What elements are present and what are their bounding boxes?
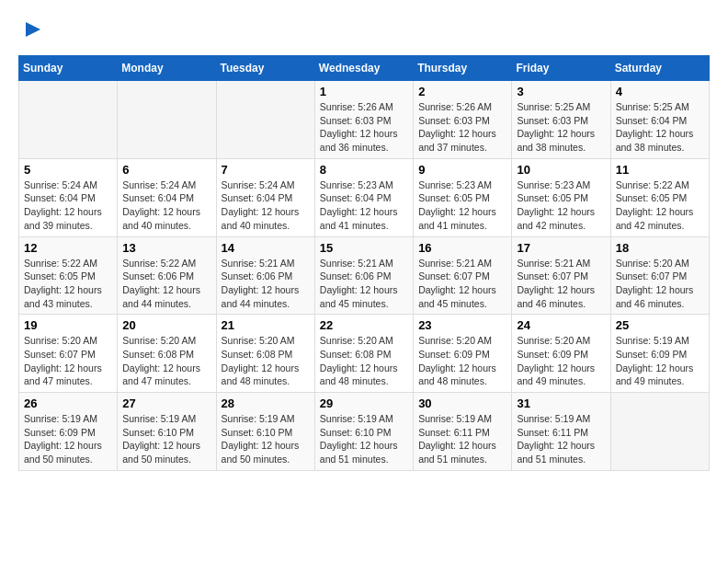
day-number: 28 [222,396,310,410]
day-info: Sunrise: 5:22 AMSunset: 6:05 PMDaylight:… [24,257,112,311]
calendar-cell: 10Sunrise: 5:23 AMSunset: 6:05 PMDayligh… [512,158,610,236]
day-number: 9 [418,163,506,177]
day-number: 6 [122,163,210,177]
day-info: Sunrise: 5:20 AMSunset: 6:08 PMDaylight:… [320,334,408,388]
calendar-cell: 6Sunrise: 5:24 AMSunset: 6:04 PMDaylight… [118,158,216,236]
day-info: Sunrise: 5:19 AMSunset: 6:10 PMDaylight:… [222,412,310,466]
calendar-cell: 19Sunrise: 5:20 AMSunset: 6:07 PMDayligh… [19,315,118,393]
calendar-cell: 30Sunrise: 5:19 AMSunset: 6:11 PMDayligh… [414,393,512,471]
calendar-cell [19,81,118,159]
day-number: 10 [517,163,605,177]
day-number: 30 [418,396,506,410]
day-info: Sunrise: 5:21 AMSunset: 6:07 PMDaylight:… [418,257,506,311]
calendar-cell: 3Sunrise: 5:25 AMSunset: 6:03 PMDaylight… [512,81,610,159]
calendar-cell: 27Sunrise: 5:19 AMSunset: 6:10 PMDayligh… [118,393,216,471]
day-number: 3 [517,85,605,98]
day-info: Sunrise: 5:24 AMSunset: 6:04 PMDaylight:… [122,178,210,233]
calendar-cell [118,81,216,159]
calendar-cell: 25Sunrise: 5:19 AMSunset: 6:09 PMDayligh… [610,315,709,393]
calendar-cell: 9Sunrise: 5:23 AMSunset: 6:05 PMDaylight… [414,158,512,236]
logo [18,18,44,40]
day-number: 8 [320,163,408,177]
day-number: 13 [122,241,210,255]
calendar-cell: 22Sunrise: 5:20 AMSunset: 6:08 PMDayligh… [314,315,413,393]
day-info: Sunrise: 5:20 AMSunset: 6:09 PMDaylight:… [418,334,506,388]
day-number: 16 [418,241,506,255]
day-info: Sunrise: 5:24 AMSunset: 6:04 PMDaylight:… [24,178,112,233]
calendar-header: SundayMondayTuesdayWednesdayThursdayFrid… [19,56,710,81]
header-cell-friday: Friday [512,56,610,81]
day-info: Sunrise: 5:20 AMSunset: 6:07 PMDaylight:… [616,257,704,311]
calendar-cell: 17Sunrise: 5:21 AMSunset: 6:07 PMDayligh… [512,236,610,315]
day-info: Sunrise: 5:22 AMSunset: 6:05 PMDaylight:… [616,178,704,233]
calendar-cell: 28Sunrise: 5:19 AMSunset: 6:10 PMDayligh… [216,393,314,471]
day-info: Sunrise: 5:20 AMSunset: 6:08 PMDaylight:… [122,334,210,388]
day-number: 12 [24,241,112,255]
calendar-cell: 16Sunrise: 5:21 AMSunset: 6:07 PMDayligh… [414,236,512,315]
day-number: 29 [320,396,408,410]
day-info: Sunrise: 5:19 AMSunset: 6:10 PMDaylight:… [320,412,408,466]
day-info: Sunrise: 5:23 AMSunset: 6:04 PMDaylight:… [320,178,408,233]
day-number: 1 [320,85,408,98]
day-number: 21 [222,318,310,332]
calendar-cell: 26Sunrise: 5:19 AMSunset: 6:09 PMDayligh… [19,393,118,471]
day-number: 18 [616,241,704,255]
calendar-cell: 7Sunrise: 5:24 AMSunset: 6:04 PMDaylight… [216,158,314,236]
header-cell-sunday: Sunday [19,56,118,81]
calendar-cell: 13Sunrise: 5:22 AMSunset: 6:06 PMDayligh… [118,236,216,315]
day-info: Sunrise: 5:20 AMSunset: 6:07 PMDaylight:… [24,334,112,388]
day-info: Sunrise: 5:25 AMSunset: 6:04 PMDaylight:… [616,100,704,155]
week-row-4: 19Sunrise: 5:20 AMSunset: 6:07 PMDayligh… [19,315,710,393]
calendar-cell: 21Sunrise: 5:20 AMSunset: 6:08 PMDayligh… [216,315,314,393]
calendar-cell: 8Sunrise: 5:23 AMSunset: 6:04 PMDaylight… [314,158,413,236]
day-number: 11 [616,163,704,177]
calendar-cell: 12Sunrise: 5:22 AMSunset: 6:05 PMDayligh… [19,236,118,315]
day-number: 20 [122,318,210,332]
day-number: 22 [320,318,408,332]
day-number: 7 [222,163,310,177]
day-info: Sunrise: 5:25 AMSunset: 6:03 PMDaylight:… [517,100,605,155]
week-row-1: 1Sunrise: 5:26 AMSunset: 6:03 PMDaylight… [19,81,710,159]
calendar-cell: 1Sunrise: 5:26 AMSunset: 6:03 PMDaylight… [314,81,413,159]
day-number: 19 [24,318,112,332]
header-cell-tuesday: Tuesday [216,56,314,81]
week-row-3: 12Sunrise: 5:22 AMSunset: 6:05 PMDayligh… [19,236,710,315]
day-info: Sunrise: 5:26 AMSunset: 6:03 PMDaylight:… [320,100,408,155]
logo-icon [22,18,44,40]
day-info: Sunrise: 5:21 AMSunset: 6:07 PMDaylight:… [517,257,605,311]
day-info: Sunrise: 5:22 AMSunset: 6:06 PMDaylight:… [122,257,210,311]
header-row: SundayMondayTuesdayWednesdayThursdayFrid… [19,56,710,81]
calendar-cell [610,393,709,471]
day-number: 5 [24,163,112,177]
calendar-cell: 29Sunrise: 5:19 AMSunset: 6:10 PMDayligh… [314,393,413,471]
header-cell-monday: Monday [118,56,216,81]
day-number: 24 [517,318,605,332]
day-number: 25 [616,318,704,332]
day-info: Sunrise: 5:19 AMSunset: 6:09 PMDaylight:… [24,412,112,466]
day-number: 17 [517,241,605,255]
calendar-cell: 14Sunrise: 5:21 AMSunset: 6:06 PMDayligh… [216,236,314,315]
day-info: Sunrise: 5:19 AMSunset: 6:11 PMDaylight:… [418,412,506,466]
day-info: Sunrise: 5:23 AMSunset: 6:05 PMDaylight:… [418,178,506,233]
header-cell-wednesday: Wednesday [314,56,413,81]
logo-text [18,18,44,40]
calendar-cell: 23Sunrise: 5:20 AMSunset: 6:09 PMDayligh… [414,315,512,393]
day-number: 31 [517,396,605,410]
calendar-cell: 20Sunrise: 5:20 AMSunset: 6:08 PMDayligh… [118,315,216,393]
day-number: 15 [320,241,408,255]
day-number: 14 [222,241,310,255]
calendar-cell: 11Sunrise: 5:22 AMSunset: 6:05 PMDayligh… [610,158,709,236]
calendar-body: 1Sunrise: 5:26 AMSunset: 6:03 PMDaylight… [19,81,710,471]
calendar-cell: 5Sunrise: 5:24 AMSunset: 6:04 PMDaylight… [19,158,118,236]
header-cell-saturday: Saturday [610,56,709,81]
header-cell-thursday: Thursday [414,56,512,81]
calendar-cell: 24Sunrise: 5:20 AMSunset: 6:09 PMDayligh… [512,315,610,393]
day-number: 23 [418,318,506,332]
day-number: 4 [616,85,704,98]
calendar-table: SundayMondayTuesdayWednesdayThursdayFrid… [18,55,710,471]
day-info: Sunrise: 5:26 AMSunset: 6:03 PMDaylight:… [418,100,506,155]
day-info: Sunrise: 5:20 AMSunset: 6:08 PMDaylight:… [222,334,310,388]
day-info: Sunrise: 5:23 AMSunset: 6:05 PMDaylight:… [517,178,605,233]
calendar-cell: 2Sunrise: 5:26 AMSunset: 6:03 PMDaylight… [414,81,512,159]
day-info: Sunrise: 5:19 AMSunset: 6:10 PMDaylight:… [122,412,210,466]
